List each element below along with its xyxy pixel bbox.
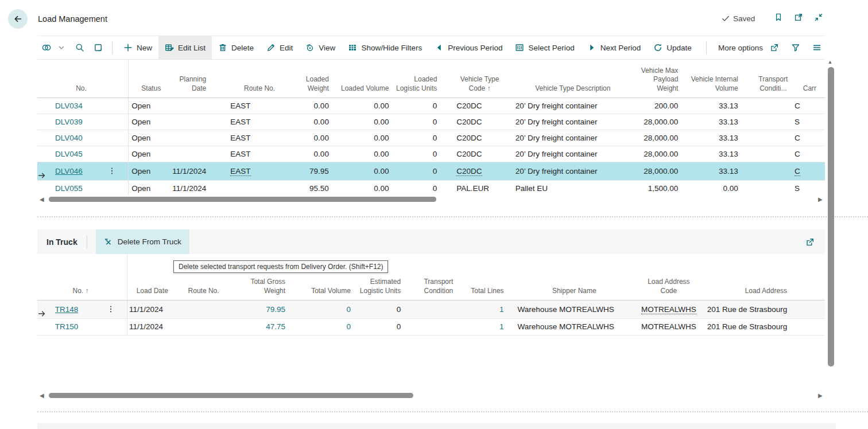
cell-vehicle_type_desc[interactable]: Pallet EU [503, 180, 630, 195]
table-row[interactable]: TR14811/1/202479.95001Warehouse MOTREALW… [37, 300, 825, 318]
cell-internal_volume[interactable]: 33.13 [684, 130, 745, 146]
column-header-transport-condition[interactable]: Transport Condition [403, 254, 461, 300]
cell-est_units[interactable]: 0 [353, 318, 403, 335]
cell-internal_volume[interactable]: 33.13 [684, 146, 745, 162]
cell-vehicle_type_code[interactable]: C20DC [444, 98, 502, 114]
next-period-button[interactable]: Next Period [581, 36, 648, 59]
cell-max_payload[interactable]: 28,000.00 [630, 146, 684, 162]
cell-loaded_units[interactable]: 0 [396, 130, 444, 146]
previous-period-button[interactable]: Previous Period [428, 36, 509, 59]
cell-addr[interactable]: 201 Rue de Strasbourg [696, 300, 825, 318]
column-header-load-date[interactable]: Load Date [127, 254, 176, 300]
cell-addr[interactable]: 201 Rue de Strasbourg [696, 318, 825, 335]
table-row[interactable]: DLV039OpenEAST0.000.000C20DC20’ Dry frei… [37, 114, 825, 130]
column-header-no[interactable]: No. ↑ [55, 254, 107, 300]
cell-carrier[interactable]: C [792, 146, 825, 162]
cell-est_units[interactable]: 0 [353, 300, 403, 318]
edit-list-button[interactable]: Edit List [158, 36, 212, 59]
cell-addr_code[interactable]: MOTREALWHS [631, 318, 696, 335]
column-header-vehicle-type-code[interactable]: Vehicle Type Code ↑ [444, 60, 502, 98]
cell-gross[interactable]: 47.75 [229, 318, 288, 335]
scroll-thumb[interactable] [828, 67, 834, 366]
scroll-thumb[interactable] [49, 393, 413, 398]
scroll-left-arrow[interactable]: ◀ [40, 392, 44, 399]
column-header-load-address[interactable]: Load Address [696, 254, 825, 300]
cell-vehicle_type_desc[interactable]: 20’ Dry freight container [503, 98, 630, 114]
cell-vehicle_type_desc[interactable]: 20’ Dry freight container [503, 146, 630, 162]
cell-shipper[interactable]: Warehouse MOTREALWHS [506, 300, 631, 318]
cell-loaded_weight[interactable]: 0.00 [289, 114, 336, 130]
cell-loaded_units[interactable]: 0 [396, 98, 444, 114]
column-header-loaded-volume[interactable]: Loaded Volume [336, 60, 396, 98]
column-header-transport-conditi[interactable]: Transport Conditi... [745, 60, 792, 98]
cell-loaded_units[interactable]: 0 [396, 180, 444, 195]
view-button[interactable]: View [299, 36, 342, 59]
focus-button[interactable] [89, 36, 107, 59]
row-options-icon[interactable] [106, 305, 127, 314]
cell-loaded_units[interactable]: 0 [396, 146, 444, 162]
cell-route_no[interactable] [176, 318, 229, 335]
cell-no[interactable]: DLV034 [55, 98, 107, 114]
search-button[interactable] [71, 36, 89, 59]
cell-no[interactable]: DLV055 [55, 180, 107, 195]
column-header-vehicle-internal-volume[interactable]: Vehicle Internal Volume [684, 60, 745, 98]
bookmark-icon[interactable] [774, 13, 783, 22]
cell-no[interactable]: DLV045 [55, 146, 107, 162]
cell-planning_date[interactable]: 11/1/2024 [170, 180, 208, 195]
row-options-cell[interactable] [107, 98, 129, 114]
cell-vehicle_type_code[interactable]: C20DC [444, 114, 502, 130]
table-row[interactable]: DLV055Open11/1/202495.500.000PAL.EURPall… [37, 180, 825, 195]
cell-internal_volume[interactable]: 33.13 [684, 162, 745, 180]
cell-carrier[interactable]: S [792, 180, 825, 195]
back-button[interactable] [8, 9, 28, 29]
cell-shipper[interactable]: Warehouse MOTREALWHS [506, 318, 631, 335]
scroll-thumb[interactable] [49, 197, 436, 202]
table-row[interactable]: DLV034OpenEAST0.000.000C20DC20’ Dry frei… [37, 98, 825, 114]
table-row[interactable]: DLV046Open11/1/2024EAST79.950.000C20DC20… [37, 162, 825, 180]
cell-volume[interactable]: 0 [288, 300, 353, 318]
scroll-up-arrow[interactable]: ▲ [827, 59, 834, 65]
cell-vehicle_type_desc[interactable]: 20’ Dry freight container [503, 130, 630, 146]
cell-route_no[interactable]: EAST [208, 130, 289, 146]
cell-volume[interactable]: 0 [288, 318, 353, 335]
column-header-load-address-code[interactable]: Load Address Code [631, 254, 696, 300]
cell-loaded_weight[interactable]: 0.00 [289, 146, 336, 162]
cell-transport_cond[interactable] [745, 98, 792, 114]
cell-load_date[interactable]: 11/1/2024 [127, 300, 176, 318]
cell-max_payload[interactable]: 1,500.00 [630, 180, 684, 195]
list-view-icon[interactable] [812, 43, 822, 52]
update-button[interactable]: Update [647, 36, 698, 59]
row-options-cell[interactable] [107, 146, 129, 162]
column-header-route-no[interactable]: Route No. [208, 60, 289, 98]
cell-carrier[interactable]: S [792, 114, 825, 130]
scroll-right-arrow[interactable]: ▶ [818, 196, 823, 203]
cell-transport_cond[interactable] [745, 114, 792, 130]
cell-loaded_units[interactable]: 0 [396, 162, 444, 180]
share-icon[interactable] [805, 237, 815, 247]
cell-loaded_weight[interactable]: 95.50 [289, 180, 336, 195]
cell-status[interactable]: Open [129, 180, 171, 195]
cell-no[interactable]: DLV040 [55, 130, 107, 146]
cell-vehicle_type_code[interactable]: PAL.EUR [444, 180, 502, 195]
delete-button[interactable]: Delete [212, 36, 260, 59]
table-row[interactable]: TR15011/1/202447.75001Warehouse MOTREALW… [37, 318, 825, 335]
cell-internal_volume[interactable]: 33.13 [684, 98, 745, 114]
cell-planning_date[interactable]: 11/1/2024 [170, 162, 208, 180]
cell-no[interactable]: DLV046 [55, 162, 107, 180]
column-header-total-lines[interactable]: Total Lines [462, 254, 506, 300]
cell-route_no[interactable]: EAST [208, 162, 289, 180]
cell-loaded_weight[interactable]: 0.00 [289, 130, 336, 146]
cell-loaded_volume[interactable]: 0.00 [336, 114, 396, 130]
column-header-shipper-name[interactable]: Shipper Name [506, 254, 631, 300]
cell-vehicle_type_code[interactable]: C20DC [444, 130, 502, 146]
cell-transport_cond[interactable] [745, 130, 792, 146]
filter-icon[interactable] [791, 43, 800, 52]
cell-max_payload[interactable]: 28,000.00 [630, 130, 684, 146]
row-options-cell[interactable] [106, 300, 127, 318]
cell-vehicle_type_desc[interactable]: 20’ Dry freight container [503, 162, 630, 180]
scroll-right-arrow[interactable]: ▶ [818, 392, 823, 399]
cell-route_no[interactable] [176, 300, 229, 318]
cell-planning_date[interactable] [170, 114, 208, 130]
cell-transport_cond[interactable] [745, 146, 792, 162]
column-header-no[interactable]: No. [55, 60, 107, 98]
